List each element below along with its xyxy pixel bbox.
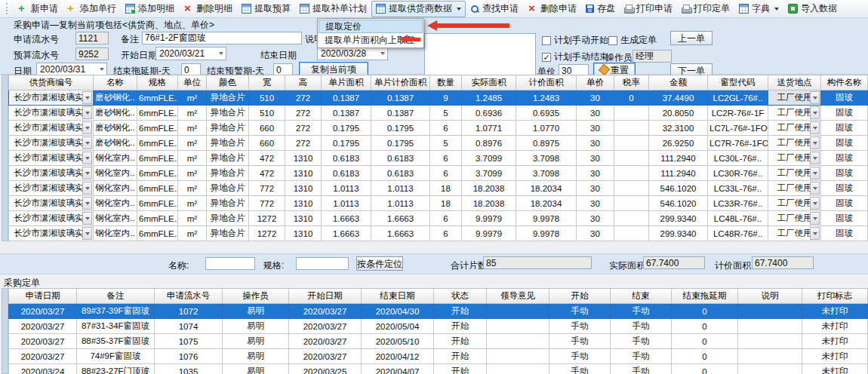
grid-cell[interactable]: 272 <box>285 90 322 106</box>
grid-cell[interactable]: 磨砂钢化.. <box>94 136 137 151</box>
column-header[interactable]: 实际面积 <box>462 75 516 90</box>
grid-cell[interactable]: 工厂使用 <box>768 90 821 106</box>
grid-cell[interactable]: 30 <box>577 121 614 136</box>
grid-cell[interactable]: 0.6183 <box>371 151 430 166</box>
grid-cell[interactable]: 0.1387 <box>371 90 430 106</box>
grid-cell[interactable]: 472 <box>249 166 285 181</box>
toolbar-button-extract-supplement-plan[interactable]: 提取补单计划 <box>295 1 371 17</box>
table-row[interactable]: 长沙市潇湘玻璃实..钢化室内..6mmFLE..m²异地合片127213101.… <box>9 211 868 226</box>
column-header[interactable]: 税率 <box>614 75 649 90</box>
grid-cell[interactable]: 2020/03/27 <box>289 304 362 319</box>
grid-cell[interactable] <box>614 121 649 136</box>
grid-cell[interactable]: 异地合片 <box>207 121 249 136</box>
grid-cell[interactable]: 固玻 <box>821 196 868 211</box>
grid-cell[interactable]: 0.6183 <box>322 151 371 166</box>
toolbar-button-print-order[interactable]: 打印定单 <box>677 1 734 17</box>
grid-cell[interactable]: 2020/03/24 <box>9 364 77 374</box>
dropdown-button[interactable] <box>82 136 92 149</box>
column-header[interactable]: 结束 <box>611 289 672 304</box>
column-header[interactable]: 结束拖延期 <box>672 289 738 304</box>
table-row[interactable]: 长沙市潇湘玻璃实..磨砂钢化..6mmFLE..m²异地合片6602720.17… <box>9 136 868 151</box>
grid-cell[interactable]: m² <box>178 90 207 106</box>
grid-cell[interactable]: 299.9340 <box>649 226 708 241</box>
total-pieces-field[interactable] <box>483 256 592 269</box>
grid-cell[interactable]: 1272 <box>249 211 285 226</box>
grid-cell[interactable]: 5 <box>430 136 462 151</box>
toolbar-button-find-request[interactable]: 查找申请 <box>466 1 523 17</box>
grid-cell[interactable]: 长沙市潇湘玻璃实.. <box>9 106 94 121</box>
grid-cell[interactable]: 易明 <box>223 349 289 364</box>
grid-cell[interactable]: 18 <box>430 196 462 211</box>
column-header[interactable]: 结束日期 <box>362 289 434 304</box>
request-no-field[interactable] <box>75 32 109 44</box>
dropdown-button[interactable] <box>82 227 92 240</box>
grid-cell[interactable]: 30 <box>577 211 614 226</box>
grid-cell[interactable]: 6mmFLE.. <box>137 226 178 241</box>
grid-cell[interactable]: 299.9340 <box>649 211 708 226</box>
grid-cell[interactable] <box>487 349 549 364</box>
budget-no-field[interactable] <box>75 48 109 60</box>
toolbar-button-new-request[interactable]: 新申请 <box>14 1 63 17</box>
grid-cell[interactable]: 工厂使用 <box>768 181 821 196</box>
dropdown-button[interactable] <box>810 136 820 149</box>
grid-cell[interactable]: 3.7098 <box>516 166 577 181</box>
grid-cell[interactable]: 未打印 <box>802 334 868 349</box>
grid-cell[interactable]: 异地合片 <box>207 196 249 211</box>
dropdown-button[interactable] <box>82 182 92 195</box>
toolbar-button-dictionary[interactable]: 字典 <box>734 1 783 17</box>
column-header[interactable]: 金额 <box>649 75 708 90</box>
table-row[interactable]: 2020/03/2488#23-27F门顶玻1035易明2020/03/2520… <box>9 364 868 374</box>
grid-cell[interactable]: 固玻 <box>821 90 868 106</box>
grid-cell[interactable]: 18 <box>430 181 462 196</box>
grid-cell[interactable]: 2020/05/04 <box>362 319 434 334</box>
grid-cell[interactable]: 长沙市潇湘玻璃实.. <box>9 90 94 106</box>
grid-cell[interactable]: 1.0113 <box>322 181 371 196</box>
table-row[interactable]: 长沙市潇湘玻璃实..钢化室内..6mmFLE..m²异地合片127213101.… <box>9 226 868 241</box>
grid-cell[interactable]: 手动 <box>549 349 611 364</box>
grid-cell[interactable]: 固玻 <box>821 136 868 151</box>
grid-cell[interactable]: 0 <box>672 319 738 334</box>
grid-cell[interactable]: 0.1795 <box>371 136 430 151</box>
grid-cell[interactable]: 0 <box>672 349 738 364</box>
grid-cell[interactable]: 手动 <box>611 334 672 349</box>
column-header[interactable]: 名称 <box>94 75 137 90</box>
grid-cell[interactable]: m² <box>178 136 207 151</box>
toolbar-button-extract-budget[interactable]: 提取预算 <box>237 1 295 17</box>
dropdown-button[interactable] <box>82 91 92 104</box>
grid-cell[interactable]: 1.0113 <box>371 181 430 196</box>
grid-cell[interactable]: 1310 <box>285 196 322 211</box>
grid-cell[interactable]: 开始 <box>434 349 487 364</box>
grid-cell[interactable]: 6 <box>430 121 462 136</box>
table-row[interactable]: 长沙市潇湘玻璃实..磨砂钢化..6mmFLE..m²异地合片5102720.13… <box>9 90 868 106</box>
toolbar-button-add-detail[interactable]: 添加明细 <box>121 1 179 17</box>
grid-cell[interactable]: 钢化室内.. <box>94 166 137 181</box>
grid-cell[interactable]: 6 <box>430 211 462 226</box>
grid-cell[interactable]: 6mmFLE.. <box>137 90 178 106</box>
grid-cell[interactable]: 0.6183 <box>322 166 371 181</box>
generate-order-checkbox[interactable]: 生成定单 <box>608 34 657 47</box>
grid-cell[interactable]: 异地合片 <box>207 136 249 151</box>
grid-cell[interactable]: 472 <box>249 151 285 166</box>
grid-cell[interactable] <box>614 211 649 226</box>
dropdown-button[interactable] <box>82 197 92 210</box>
grid-cell[interactable]: 长沙市潇湘玻璃实.. <box>9 166 94 181</box>
grid-cell[interactable]: 2020/03/27 <box>289 349 362 364</box>
grid-cell[interactable]: 工厂使用 <box>768 166 821 181</box>
dropdown-button[interactable] <box>82 167 92 179</box>
grid-cell[interactable]: LC48R-76#.. <box>708 226 768 241</box>
grid-cell[interactable]: 9.9978 <box>516 211 577 226</box>
grid-cell[interactable]: 1.6663 <box>322 211 371 226</box>
grid-cell[interactable]: 磨砂钢化.. <box>94 121 137 136</box>
remark-field[interactable] <box>142 32 302 44</box>
grid-cell[interactable]: LC30L-76#.. <box>708 151 768 166</box>
grid-cell[interactable]: 6mmFLE.. <box>137 181 178 196</box>
grid-cell[interactable] <box>614 106 649 121</box>
grid-cell[interactable]: 660 <box>249 136 285 151</box>
column-header[interactable]: 构件名称 <box>821 75 868 90</box>
grid-cell[interactable]: 88#23-27F门顶玻 <box>77 364 155 374</box>
grid-cell[interactable]: 37.4490 <box>649 90 708 106</box>
column-header[interactable]: 申请日期 <box>9 289 77 304</box>
grid-cell[interactable] <box>738 334 802 349</box>
grid-cell[interactable]: 1310 <box>285 181 322 196</box>
dropdown-button[interactable] <box>810 121 820 134</box>
